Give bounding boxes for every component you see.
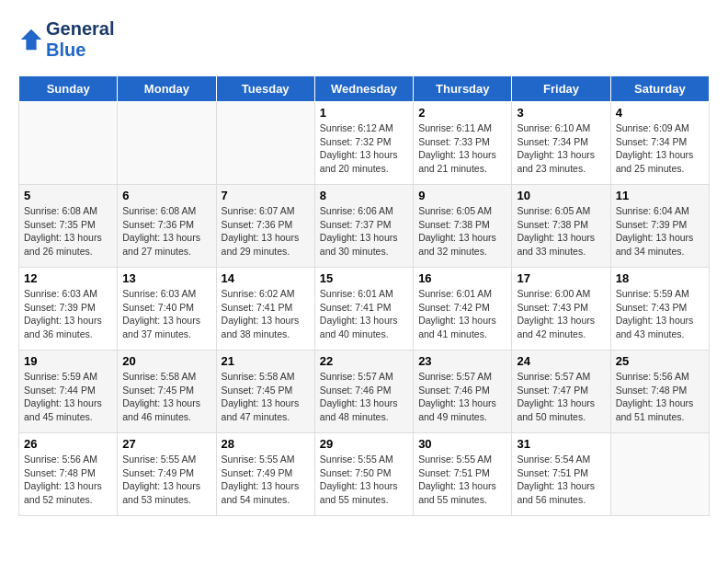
cell-content: Sunrise: 6:08 AMSunset: 7:36 PMDaylight:… <box>122 204 210 259</box>
calendar-cell: 9Sunrise: 6:05 AMSunset: 7:38 PMDaylight… <box>414 185 512 268</box>
cell-content: Sunrise: 5:57 AMSunset: 7:46 PMDaylight:… <box>418 370 506 424</box>
day-number: 1 <box>320 106 408 120</box>
calendar-week-row: 5Sunrise: 6:08 AMSunset: 7:35 PMDaylight… <box>19 185 710 268</box>
calendar-cell: 21Sunrise: 5:58 AMSunset: 7:45 PMDayligh… <box>216 350 314 433</box>
cell-content: Sunrise: 5:55 AMSunset: 7:49 PMDaylight:… <box>222 453 310 507</box>
cell-content: Sunrise: 5:59 AMSunset: 7:43 PMDaylight:… <box>616 287 704 341</box>
cell-content: Sunrise: 5:57 AMSunset: 7:47 PMDaylight:… <box>517 370 605 424</box>
cell-content: Sunrise: 5:55 AMSunset: 7:51 PMDaylight:… <box>418 453 506 507</box>
weekday-header-sunday: Sunday <box>19 76 118 102</box>
calendar-cell: 23Sunrise: 5:57 AMSunset: 7:46 PMDayligh… <box>414 350 512 433</box>
calendar-cell: 8Sunrise: 6:06 AMSunset: 7:37 PMDaylight… <box>314 185 413 268</box>
day-number: 4 <box>616 106 704 120</box>
cell-content: Sunrise: 5:57 AMSunset: 7:46 PMDaylight:… <box>320 370 408 424</box>
calendar-week-row: 26Sunrise: 5:56 AMSunset: 7:48 PMDayligh… <box>19 433 710 516</box>
weekday-header-friday: Friday <box>512 76 610 102</box>
calendar-cell: 25Sunrise: 5:56 AMSunset: 7:48 PMDayligh… <box>610 350 709 433</box>
weekday-header-row: SundayMondayTuesdayWednesdayThursdayFrid… <box>19 76 710 102</box>
calendar-cell: 31Sunrise: 5:54 AMSunset: 7:51 PMDayligh… <box>512 433 610 516</box>
day-number: 7 <box>222 189 310 202</box>
calendar-cell: 14Sunrise: 6:02 AMSunset: 7:41 PMDayligh… <box>216 268 314 350</box>
weekday-header-wednesday: Wednesday <box>314 76 413 102</box>
cell-content: Sunrise: 6:11 AMSunset: 7:33 PMDaylight:… <box>418 121 506 176</box>
day-number: 3 <box>517 106 605 120</box>
calendar-cell: 16Sunrise: 6:01 AMSunset: 7:42 PMDayligh… <box>414 268 512 350</box>
calendar-cell: 17Sunrise: 6:00 AMSunset: 7:43 PMDayligh… <box>512 268 610 350</box>
calendar-cell: 22Sunrise: 5:57 AMSunset: 7:46 PMDayligh… <box>314 350 413 433</box>
calendar-cell <box>610 433 709 516</box>
calendar-cell: 11Sunrise: 6:04 AMSunset: 7:39 PMDayligh… <box>610 185 709 268</box>
calendar-cell: 24Sunrise: 5:57 AMSunset: 7:47 PMDayligh… <box>512 350 610 433</box>
calendar-cell: 19Sunrise: 5:59 AMSunset: 7:44 PMDayligh… <box>19 350 118 433</box>
calendar-header: SundayMondayTuesdayWednesdayThursdayFrid… <box>19 76 710 102</box>
logo-text: General Blue <box>46 18 114 61</box>
cell-content: Sunrise: 6:02 AMSunset: 7:41 PMDaylight:… <box>222 287 310 341</box>
cell-content: Sunrise: 5:59 AMSunset: 7:44 PMDaylight:… <box>24 370 112 424</box>
weekday-header-tuesday: Tuesday <box>216 76 314 102</box>
weekday-header-monday: Monday <box>118 76 216 102</box>
cell-content: Sunrise: 6:07 AMSunset: 7:36 PMDaylight:… <box>222 204 310 259</box>
day-number: 30 <box>418 437 506 451</box>
cell-content: Sunrise: 6:04 AMSunset: 7:39 PMDaylight:… <box>616 204 704 259</box>
day-number: 2 <box>418 106 506 120</box>
calendar-week-row: 12Sunrise: 6:03 AMSunset: 7:39 PMDayligh… <box>19 268 710 350</box>
day-number: 12 <box>24 271 112 285</box>
calendar-cell: 5Sunrise: 6:08 AMSunset: 7:35 PMDaylight… <box>19 185 118 268</box>
cell-content: Sunrise: 5:55 AMSunset: 7:50 PMDaylight:… <box>320 453 408 507</box>
day-number: 16 <box>418 271 506 285</box>
calendar-table: SundayMondayTuesdayWednesdayThursdayFrid… <box>18 75 710 516</box>
cell-content: Sunrise: 6:09 AMSunset: 7:34 PMDaylight:… <box>616 121 704 176</box>
calendar-body: 1Sunrise: 6:12 AMSunset: 7:32 PMDaylight… <box>19 102 710 516</box>
calendar-cell: 27Sunrise: 5:55 AMSunset: 7:49 PMDayligh… <box>118 433 216 516</box>
calendar-cell: 1Sunrise: 6:12 AMSunset: 7:32 PMDaylight… <box>314 102 413 185</box>
calendar-cell <box>216 102 314 185</box>
cell-content: Sunrise: 5:56 AMSunset: 7:48 PMDaylight:… <box>616 370 704 424</box>
calendar-cell: 20Sunrise: 5:58 AMSunset: 7:45 PMDayligh… <box>118 350 216 433</box>
logo: General Blue <box>18 18 114 61</box>
calendar-cell: 29Sunrise: 5:55 AMSunset: 7:50 PMDayligh… <box>314 433 413 516</box>
day-number: 5 <box>24 189 112 202</box>
calendar-cell: 7Sunrise: 6:07 AMSunset: 7:36 PMDaylight… <box>216 185 314 268</box>
day-number: 6 <box>122 189 210 202</box>
calendar-cell: 12Sunrise: 6:03 AMSunset: 7:39 PMDayligh… <box>19 268 118 350</box>
calendar-cell: 10Sunrise: 6:05 AMSunset: 7:38 PMDayligh… <box>512 185 610 268</box>
day-number: 18 <box>616 271 704 285</box>
day-number: 28 <box>222 437 310 451</box>
calendar-cell: 6Sunrise: 6:08 AMSunset: 7:36 PMDaylight… <box>118 185 216 268</box>
cell-content: Sunrise: 5:58 AMSunset: 7:45 PMDaylight:… <box>122 370 210 424</box>
cell-content: Sunrise: 6:06 AMSunset: 7:37 PMDaylight:… <box>320 204 408 259</box>
day-number: 9 <box>418 189 506 202</box>
calendar-cell <box>118 102 216 185</box>
cell-content: Sunrise: 6:05 AMSunset: 7:38 PMDaylight:… <box>418 204 506 259</box>
day-number: 15 <box>320 271 408 285</box>
day-number: 23 <box>418 354 506 368</box>
weekday-header-thursday: Thursday <box>414 76 512 102</box>
day-number: 24 <box>517 354 605 368</box>
cell-content: Sunrise: 6:03 AMSunset: 7:40 PMDaylight:… <box>122 287 210 341</box>
calendar-cell: 18Sunrise: 5:59 AMSunset: 7:43 PMDayligh… <box>610 268 709 350</box>
cell-content: Sunrise: 5:55 AMSunset: 7:49 PMDaylight:… <box>122 453 210 507</box>
weekday-header-saturday: Saturday <box>610 76 709 102</box>
cell-content: Sunrise: 6:01 AMSunset: 7:42 PMDaylight:… <box>418 287 506 341</box>
day-number: 14 <box>222 271 310 285</box>
calendar-cell: 4Sunrise: 6:09 AMSunset: 7:34 PMDaylight… <box>610 102 709 185</box>
day-number: 8 <box>320 189 408 202</box>
day-number: 17 <box>517 271 605 285</box>
calendar-cell <box>19 102 118 185</box>
day-number: 21 <box>222 354 310 368</box>
calendar-cell: 15Sunrise: 6:01 AMSunset: 7:41 PMDayligh… <box>314 268 413 350</box>
cell-content: Sunrise: 6:12 AMSunset: 7:32 PMDaylight:… <box>320 121 408 176</box>
day-number: 27 <box>122 437 210 451</box>
day-number: 11 <box>616 189 704 202</box>
calendar-cell: 2Sunrise: 6:11 AMSunset: 7:33 PMDaylight… <box>414 102 512 185</box>
cell-content: Sunrise: 6:10 AMSunset: 7:34 PMDaylight:… <box>517 121 605 176</box>
day-number: 13 <box>122 271 210 285</box>
calendar-cell: 30Sunrise: 5:55 AMSunset: 7:51 PMDayligh… <box>414 433 512 516</box>
calendar-week-row: 19Sunrise: 5:59 AMSunset: 7:44 PMDayligh… <box>19 350 710 433</box>
day-number: 19 <box>24 354 112 368</box>
svg-marker-0 <box>21 29 41 50</box>
cell-content: Sunrise: 5:56 AMSunset: 7:48 PMDaylight:… <box>24 453 112 507</box>
cell-content: Sunrise: 6:05 AMSunset: 7:38 PMDaylight:… <box>517 204 605 259</box>
calendar-cell: 3Sunrise: 6:10 AMSunset: 7:34 PMDaylight… <box>512 102 610 185</box>
calendar-cell: 28Sunrise: 5:55 AMSunset: 7:49 PMDayligh… <box>216 433 314 516</box>
